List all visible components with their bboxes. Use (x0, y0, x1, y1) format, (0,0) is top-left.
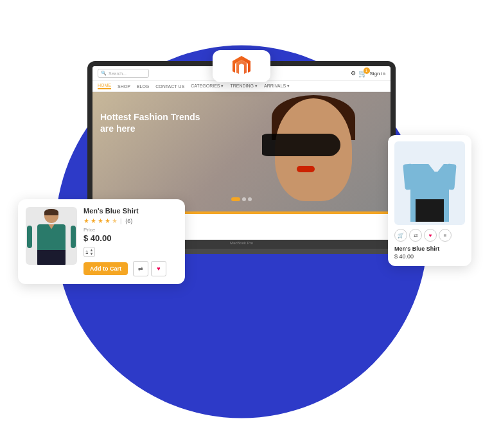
star-2: ★ (91, 217, 96, 224)
hero-title-line2: are here (100, 123, 200, 134)
scroll-dot-3[interactable] (248, 197, 252, 201)
man-arm-left (27, 226, 32, 248)
star-5-half: ★ (112, 217, 118, 224)
right-action-icons: 🛒 ⇄ ♥ ≡ (394, 229, 465, 242)
magento-logo-card (213, 50, 270, 82)
scene: 🔍 Search... ⚙ 🛒 1 Sign in HOME (0, 0, 483, 448)
blue-shirt-figure (404, 145, 455, 222)
hero-title-line1: Hottest Fashion Trends (100, 111, 200, 123)
compare-button-left[interactable]: ⇄ (133, 261, 148, 276)
menu-blog[interactable]: BLOG (137, 84, 149, 89)
qty-value: 1 (85, 249, 88, 255)
nav-icons: ⚙ 🛒 1 Sign in (351, 69, 385, 78)
hero-text: Hottest Fashion Trends are here (100, 111, 200, 134)
add-to-cart-row: Add to Cart ⇄ ♥ (83, 261, 177, 276)
star-1: ★ (83, 217, 89, 224)
right-wishlist-btn[interactable]: ♥ (424, 229, 437, 242)
quantity-row: 1 ▲ ▼ (83, 247, 177, 257)
shirt-collar (428, 164, 444, 172)
search-bar[interactable]: 🔍 Search... (98, 69, 149, 78)
man-hair (44, 209, 58, 215)
man-collar (48, 224, 55, 229)
price-left: $ 40.00 (83, 233, 177, 243)
cart-badge: 1 (364, 67, 370, 74)
man-figure (32, 209, 71, 264)
add-to-cart-button[interactable]: Add to Cart (83, 262, 128, 275)
quantity-selector[interactable]: 1 ▲ ▼ (83, 247, 95, 257)
right-menu-btn[interactable]: ≡ (439, 229, 452, 242)
scroll-indicator (231, 197, 252, 201)
hero-banner: Hottest Fashion Trends are here (92, 92, 391, 214)
star-rating: ★ ★ ★ ★ ★ | (6) (83, 217, 177, 224)
right-compare-btn[interactable]: ⇄ (409, 229, 422, 242)
hero-model (262, 92, 365, 214)
menu-contact[interactable]: CONTACT US (155, 84, 184, 89)
scroll-dot-2[interactable] (242, 197, 246, 201)
star-3: ★ (98, 217, 103, 224)
shirt-pants (416, 199, 444, 222)
product-title-right: Men's Blue Shirt (394, 246, 465, 252)
sign-in-link[interactable]: Sign in (370, 71, 385, 76)
product-card-left: Men's Blue Shirt ★ ★ ★ ★ ★ | (6) Price $… (18, 199, 185, 284)
product-info-left: Men's Blue Shirt ★ ★ ★ ★ ★ | (6) Price $… (83, 207, 177, 276)
qty-arrows[interactable]: ▲ ▼ (89, 248, 93, 256)
product-price-right: $ 40.00 (394, 253, 465, 260)
search-placeholder: Search... (109, 71, 127, 76)
model-lips (297, 166, 315, 172)
model-sunglasses (262, 134, 340, 156)
product-title-left: Men's Blue Shirt (83, 207, 177, 215)
menu-bar: HOME SHOP BLOG CONTACT US CATEGORIES ▾ T… (92, 81, 391, 92)
review-count: (6) (125, 218, 132, 224)
price-label: Price (83, 227, 177, 233)
menu-trending[interactable]: TRENDING ▾ (230, 84, 258, 89)
man-arm-right (71, 226, 76, 248)
search-icon: 🔍 (101, 71, 107, 76)
star-4: ★ (105, 217, 110, 224)
magento-icon (229, 53, 254, 79)
menu-home[interactable]: HOME (98, 83, 111, 89)
cart-container[interactable]: 🛒 1 (358, 69, 367, 78)
model-face (275, 98, 352, 201)
scroll-dot-1[interactable] (231, 197, 240, 201)
blue-shirt-image (394, 141, 465, 225)
menu-shop[interactable]: SHOP (118, 84, 130, 89)
settings-icon: ⚙ (351, 70, 356, 76)
man-shirt (37, 224, 66, 250)
product-card-right: 🛒 ⇄ ♥ ≡ Men's Blue Shirt $ 40.00 (388, 135, 471, 266)
wishlist-button-left[interactable]: ♥ (151, 261, 166, 276)
menu-categories[interactable]: CATEGORIES ▾ (191, 84, 224, 89)
right-cart-btn[interactable]: 🛒 (394, 229, 407, 242)
man-pants (37, 250, 66, 265)
menu-arrivals[interactable]: ARRIVALS ▾ (264, 84, 290, 89)
magento-logo (229, 53, 254, 79)
product-thumbnail-left (26, 207, 77, 265)
